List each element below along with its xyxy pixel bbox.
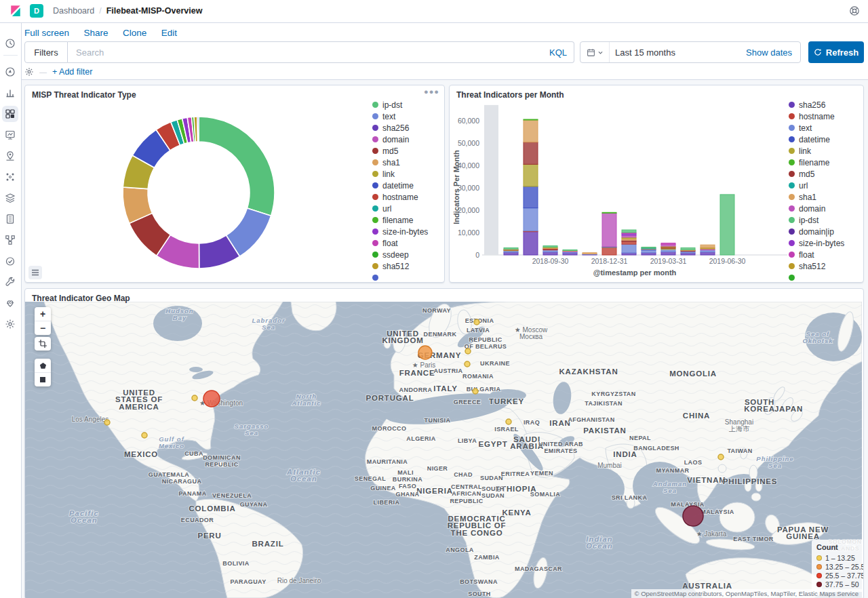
- legend-item-ip-dst[interactable]: ip-dst: [789, 214, 844, 226]
- legend-item-md5[interactable]: md5: [372, 145, 428, 157]
- legend-item-sha1[interactable]: sha1: [372, 157, 428, 168]
- sidebar-item-recently-viewed[interactable]: [2, 35, 18, 52]
- legend-item-float[interactable]: float: [789, 249, 844, 260]
- bar-segment-domain[interactable]: [602, 213, 616, 247]
- show-dates-button[interactable]: Show dates: [746, 47, 800, 58]
- sidebar-item-stack-monitoring[interactable]: [2, 295, 18, 311]
- draw-polygon-button[interactable]: [35, 359, 51, 372]
- panel-options-icon[interactable]: ●●●: [424, 87, 439, 96]
- sidebar-item-dashboard[interactable]: [2, 106, 18, 122]
- legend-item-url[interactable]: url: [789, 180, 844, 191]
- filters-button[interactable]: Filters: [24, 41, 68, 63]
- bar-segment-text[interactable]: [524, 208, 538, 231]
- legend-item-sha1[interactable]: sha1: [789, 191, 844, 203]
- donut-slice-ip-dst[interactable]: [199, 117, 275, 216]
- sidebar-item-machine-learning[interactable]: [2, 169, 18, 185]
- legend-item-url[interactable]: url: [372, 203, 428, 214]
- refresh-button[interactable]: Refresh: [808, 41, 864, 63]
- bar-segment-sha1[interactable]: [524, 120, 538, 142]
- edit-link[interactable]: Edit: [161, 28, 177, 38]
- bar-segment-ip-dst[interactable]: [642, 247, 656, 247]
- bar-segment-text[interactable]: [661, 250, 675, 252]
- breadcrumb-section[interactable]: Dashboard: [53, 6, 94, 16]
- bar-segment-sha256[interactable]: [661, 252, 675, 255]
- legend-item-sha512[interactable]: sha512: [789, 260, 844, 272]
- bar-segment-datetime[interactable]: [524, 186, 538, 208]
- legend-item-sha512[interactable]: sha512: [372, 260, 428, 272]
- point-small[interactable]: [718, 454, 724, 460]
- point-small[interactable]: [192, 395, 197, 401]
- legend-item-filename[interactable]: filename: [789, 157, 844, 168]
- legend-item-sha256[interactable]: sha256: [372, 122, 428, 134]
- bar-segment-float[interactable]: [661, 243, 675, 245]
- crop-tool-button[interactable]: [35, 337, 51, 351]
- bar-segment-md5[interactable]: [524, 142, 538, 165]
- draw-rectangle-button[interactable]: [35, 372, 51, 386]
- help-icon[interactable]: [849, 5, 860, 16]
- bar-segment-ip-dst[interactable]: [543, 245, 557, 247]
- time-range-value[interactable]: Last 15 months: [610, 47, 746, 58]
- bar-segment-ip-dst[interactable]: [622, 230, 636, 233]
- bar-segment-text[interactable]: [622, 244, 636, 253]
- legend-item-text[interactable]: text: [789, 122, 844, 134]
- point-small[interactable]: [473, 388, 478, 394]
- bar-segment-hostname[interactable]: [602, 247, 616, 255]
- sidebar-item-infrastructure[interactable]: [2, 190, 18, 206]
- bar-segment-filename[interactable]: [524, 119, 538, 120]
- legend-item-link[interactable]: link: [372, 168, 428, 180]
- kql-button[interactable]: KQL: [549, 47, 567, 58]
- legend-item-hostname[interactable]: hostname: [789, 111, 844, 122]
- zoom-out-button[interactable]: −: [35, 321, 51, 335]
- legend-item-ip-dst[interactable]: ip-dst: [372, 99, 428, 111]
- sidebar-item-logs[interactable]: [2, 211, 18, 227]
- bar-segment-link[interactable]: [524, 164, 538, 186]
- bar-segment-filename[interactable]: [602, 212, 616, 213]
- legend-item[interactable]: [789, 272, 844, 283]
- legend-item-domain[interactable]: domain: [789, 203, 844, 214]
- sidebar-item-dev-tools[interactable]: [2, 274, 18, 290]
- legend-item-link[interactable]: link: [789, 145, 844, 157]
- zoom-in-button[interactable]: +: [35, 307, 51, 321]
- search-input[interactable]: [75, 47, 549, 58]
- legend-item-sha256[interactable]: sha256: [789, 99, 844, 111]
- point-small[interactable]: [104, 420, 110, 425]
- point-northwest-europe[interactable]: [418, 346, 432, 359]
- legend-item-domain[interactable]: domain: [372, 134, 428, 145]
- bar-segment-sha256[interactable]: [543, 252, 557, 255]
- point-small[interactable]: [142, 433, 147, 438]
- legend-item-domain|ip[interactable]: domain|ip: [789, 226, 844, 237]
- point-small[interactable]: [465, 361, 470, 367]
- calendar-button[interactable]: [580, 42, 610, 62]
- kibana-logo[interactable]: [9, 5, 22, 17]
- point-small[interactable]: [465, 348, 471, 354]
- legend-item-size-in-bytes[interactable]: size-in-bytes: [789, 237, 844, 249]
- bar-segment-ip-dst[interactable]: [681, 247, 695, 250]
- legend-item-md5[interactable]: md5: [789, 168, 844, 180]
- legend-item-ssdeep[interactable]: ssdeep: [372, 249, 428, 260]
- legend-item-datetime[interactable]: datetime: [372, 180, 428, 191]
- legend-item-datetime[interactable]: datetime: [789, 134, 844, 145]
- donut-slice[interactable]: [197, 117, 199, 142]
- legend-item-hostname[interactable]: hostname: [372, 191, 428, 203]
- point-small[interactable]: [506, 419, 511, 424]
- point-malaysia[interactable]: [683, 506, 703, 526]
- clone-link[interactable]: Clone: [123, 28, 146, 38]
- legend-item[interactable]: [372, 272, 428, 283]
- legend-item-filename[interactable]: filename: [372, 214, 428, 226]
- bar-segment-sha256[interactable]: [504, 252, 518, 255]
- legend-item-float[interactable]: float: [372, 237, 428, 249]
- legend-item-text[interactable]: text: [372, 111, 428, 122]
- bar-segment-ip-dst[interactable]: [504, 247, 518, 249]
- legend-item-size-in-bytes[interactable]: size-in-bytes: [372, 226, 428, 237]
- bar-segment-sha256[interactable]: [701, 252, 715, 255]
- bar-segment-text[interactable]: [642, 250, 656, 253]
- sidebar-item-management[interactable]: [2, 316, 18, 332]
- sidebar-item-uptime[interactable]: [2, 253, 18, 269]
- bar-segment-hostname[interactable]: [622, 242, 636, 245]
- bar-partial-bucket[interactable]: [484, 105, 498, 255]
- sidebar-item-discover[interactable]: [2, 64, 18, 80]
- sidebar-item-maps[interactable]: [2, 148, 18, 164]
- bar-segment-ip-dst[interactable]: [563, 250, 577, 250]
- sidebar-item-canvas[interactable]: [2, 127, 18, 143]
- bar-segment-sha1[interactable]: [701, 245, 715, 247]
